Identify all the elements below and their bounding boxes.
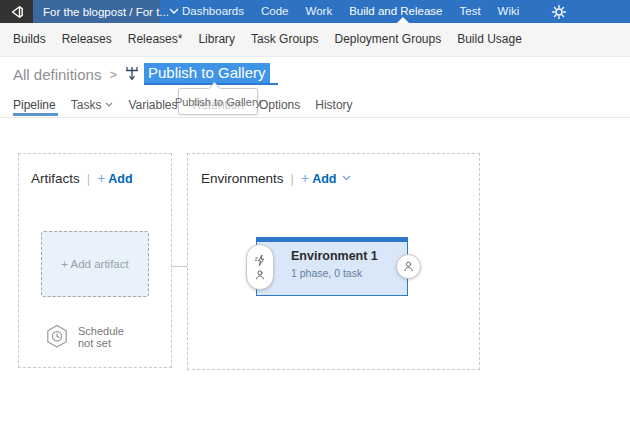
lightning-bolt-icon — [254, 254, 267, 267]
add-artifact-link[interactable]: + Add — [97, 170, 133, 186]
nav-item-dashboards[interactable]: Dashboards — [182, 0, 244, 23]
chevron-down-icon — [169, 8, 179, 15]
tab-bar: Pipeline Tasks Variables Retention Optio… — [0, 96, 630, 117]
add-artifact-button-label: + Add artifact — [61, 258, 128, 270]
breadcrumb: All definitions > Publish to Gallery — [13, 62, 278, 86]
subnav-item-task-groups[interactable]: Task Groups — [251, 23, 318, 56]
artifacts-header: Artifacts | + Add — [31, 170, 133, 186]
environment-card-strip — [257, 238, 407, 242]
post-deployment-conditions-button[interactable] — [396, 254, 421, 279]
schedule-trigger-button[interactable]: Schedule not set — [45, 324, 124, 349]
nav-item-work[interactable]: Work — [306, 0, 333, 23]
subnav-item-builds[interactable]: Builds — [13, 23, 46, 56]
environments-header-separator: | — [291, 171, 294, 186]
artifacts-title: Artifacts — [31, 171, 80, 186]
vsts-logo[interactable] — [0, 0, 33, 23]
nav-item-build-and-release[interactable]: Build and Release — [349, 0, 442, 23]
pre-deployment-conditions-button[interactable] — [246, 244, 274, 290]
add-environment-link-label: Add — [312, 172, 336, 186]
tab-history[interactable]: History — [315, 96, 352, 114]
definition-name-input[interactable]: Publish to Gallery — [144, 64, 278, 85]
subnav-item-deployment-groups[interactable]: Deployment Groups — [334, 23, 441, 56]
settings-gear-icon[interactable] — [551, 4, 567, 20]
add-artifact-button[interactable]: + Add artifact — [41, 231, 149, 297]
subnav-item-releases[interactable]: Releases — [62, 23, 112, 56]
app-root: For the blogpost / For t... Dashboards C… — [0, 0, 630, 422]
subnav-item-build-usage[interactable]: Build Usage — [457, 23, 522, 56]
tabs-divider — [0, 117, 630, 118]
artifacts-panel: Artifacts | + Add + Add artifact — [18, 153, 172, 368]
environment-name[interactable]: Environment 1 — [291, 249, 378, 263]
secondary-nav: Builds Releases Releases* Library Task G… — [0, 23, 630, 57]
nav-item-wiki[interactable]: Wiki — [498, 0, 520, 23]
tab-variables[interactable]: Variables — [128, 96, 177, 114]
active-tab-underline — [13, 113, 58, 116]
tab-tasks-label: Tasks — [71, 96, 102, 114]
release-definition-icon — [124, 66, 140, 82]
top-nav-bar: For the blogpost / For t... Dashboards C… — [0, 0, 630, 23]
tab-tasks[interactable]: Tasks — [71, 96, 114, 114]
project-selector[interactable]: For the blogpost / For t... — [33, 0, 160, 23]
definition-name-selected-text: Publish to Gallery — [144, 63, 270, 83]
vsts-logo-icon — [9, 4, 25, 20]
subnav-item-library[interactable]: Library — [198, 23, 235, 56]
breadcrumb-all-definitions[interactable]: All definitions — [13, 66, 101, 83]
subnav-item-releases-new[interactable]: Releases* — [128, 23, 183, 56]
top-nav-items: Dashboards Code Work Build and Release T… — [182, 0, 519, 23]
person-icon — [254, 269, 266, 281]
tooltip-text: Publish to Gallery — [175, 96, 261, 108]
project-selector-label: For the blogpost / For t... — [43, 6, 169, 18]
person-icon — [402, 260, 415, 273]
tab-options[interactable]: Options — [259, 96, 300, 114]
hexagon-clock-icon — [45, 324, 69, 349]
schedule-status-label: Schedule not set — [78, 325, 124, 349]
phase-task-link[interactable]: 1 phase, 0 task — [291, 267, 362, 279]
artifacts-header-separator: | — [87, 171, 90, 186]
nav-item-code[interactable]: Code — [261, 0, 289, 23]
environments-title: Environments — [201, 171, 284, 186]
plus-icon: + — [301, 170, 309, 186]
definition-name-tooltip: Publish to Gallery — [178, 88, 258, 115]
nav-item-test[interactable]: Test — [459, 0, 480, 23]
tab-pipeline[interactable]: Pipeline — [13, 96, 56, 114]
add-environment-link[interactable]: + Add — [301, 170, 352, 186]
chevron-down-icon — [342, 175, 351, 181]
plus-icon: + — [97, 170, 105, 186]
environments-header: Environments | + Add — [201, 170, 351, 186]
breadcrumb-separator: > — [109, 67, 117, 82]
chevron-down-icon — [105, 102, 113, 108]
add-artifact-link-label: Add — [108, 172, 132, 186]
environment-card[interactable]: Environment 1 1 phase, 0 task — [256, 237, 408, 296]
